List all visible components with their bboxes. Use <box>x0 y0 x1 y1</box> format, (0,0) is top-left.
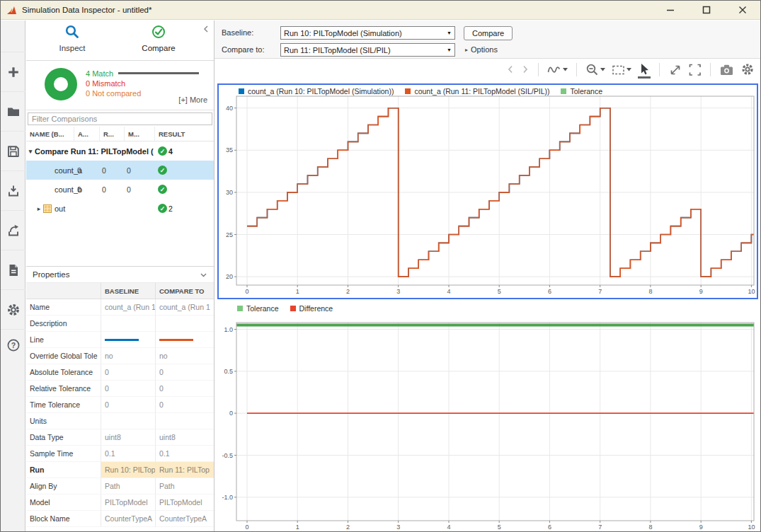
compare-button[interactable]: Compare <box>464 26 513 40</box>
save-button[interactable] <box>1 131 25 170</box>
difference-plot[interactable]: 0123456789101.00.50-0.5-1.0 <box>217 302 758 530</box>
property-value-baseline[interactable]: Path <box>101 478 155 495</box>
match-badge-icon: ✓ <box>158 166 167 175</box>
tab-compare[interactable]: Compare <box>117 24 200 52</box>
property-value-compare[interactable]: 0 <box>155 397 214 413</box>
minimize-button[interactable] <box>665 5 675 15</box>
property-value-compare[interactable] <box>155 413 214 429</box>
property-value-baseline[interactable]: 0 <box>101 364 155 381</box>
import-button[interactable] <box>1 170 25 210</box>
collapsed-caret-icon[interactable]: ▸ <box>35 205 43 212</box>
comparison-group-row[interactable]: ▾ Compare Run 11: PILTopModel ( ✓4 <box>26 141 214 161</box>
matlab-logo-icon <box>6 5 17 16</box>
more-link[interactable]: [+] More <box>178 96 207 104</box>
property-value-baseline[interactable]: PILTopModel <box>101 495 155 511</box>
export-button[interactable] <box>1 210 25 250</box>
compare-to-select[interactable]: Run 11: PILTopModel (SIL/PIL) ▼ <box>280 43 455 57</box>
pan-icon[interactable] <box>668 63 682 76</box>
svg-text:?: ? <box>11 340 15 349</box>
property-value-compare[interactable] <box>155 332 214 348</box>
chart-settings-icon[interactable] <box>740 62 755 76</box>
create-report-button[interactable] <box>1 250 25 289</box>
signal-row-count-b[interactable]: count_b 0 0 0 ✓ <box>26 180 214 199</box>
svg-text:5: 5 <box>498 524 501 530</box>
property-value-compare[interactable]: Path <box>155 478 214 495</box>
legend-swatch-icon <box>290 306 296 311</box>
property-value-baseline[interactable] <box>101 332 155 348</box>
property-value-baseline[interactable]: count_a (Run 1 <box>101 299 155 316</box>
close-button[interactable] <box>738 5 748 15</box>
property-value-baseline[interactable]: 0 <box>101 397 155 413</box>
comparison-table-header: NAME (B... A... R... M... RESULT <box>26 127 214 141</box>
previous-icon[interactable] <box>506 64 515 74</box>
next-icon[interactable] <box>521 64 530 74</box>
column-header-abs[interactable]: A... <box>74 127 99 141</box>
property-value-compare[interactable]: no <box>155 348 214 364</box>
property-value-compare[interactable]: PILTopModel <box>155 495 214 511</box>
property-value-compare[interactable]: 0.1 <box>155 446 214 462</box>
legend-item[interactable]: count_a (Run 10: PILTopModel (Simulation… <box>239 87 394 96</box>
title-bar: Simulation Data Inspector - untitled* <box>1 1 760 20</box>
collapse-panel-icon[interactable] <box>202 23 210 36</box>
property-value-baseline[interactable]: uint8 <box>101 429 155 446</box>
comparison-out-row[interactable]: ▸ out ✓2 <box>26 199 214 218</box>
fullscreen-icon[interactable] <box>688 63 702 76</box>
legend-swatch-icon <box>237 306 243 311</box>
snapshot-icon[interactable] <box>719 63 734 76</box>
comparison-chart-legend: count_a (Run 10: PILTopModel (Simulation… <box>239 87 602 96</box>
options-toggle[interactable]: ▸ Options <box>465 45 498 54</box>
expand-caret-icon[interactable]: ▾ <box>26 148 35 155</box>
property-value-compare[interactable]: 0 <box>155 381 214 397</box>
zoom-region-icon[interactable] <box>612 63 631 76</box>
property-value-baseline[interactable] <box>101 316 155 332</box>
comparison-plot[interactable]: 0123456789102025303540 <box>219 85 757 298</box>
property-label: Line <box>26 332 101 348</box>
property-value-baseline[interactable]: 0.1 <box>101 446 155 462</box>
help-button[interactable]: ? <box>1 329 25 360</box>
property-value-compare[interactable] <box>155 316 214 332</box>
property-value-baseline[interactable] <box>101 413 155 429</box>
zoom-out-icon[interactable] <box>585 63 605 76</box>
baseline-select[interactable]: Run 10: PILTopModel (Simulation) ▼ <box>280 26 455 40</box>
property-value-compare[interactable]: uint8 <box>155 429 214 446</box>
column-header-max[interactable]: M... <box>124 127 154 141</box>
inspect-magnifier-icon <box>64 30 80 42</box>
property-value-baseline[interactable]: 0 <box>101 381 155 397</box>
signal-row-count-a[interactable]: count_a 0 0 0 ✓ <box>26 161 214 180</box>
filter-input[interactable] <box>28 112 212 125</box>
property-row: Line <box>26 332 214 348</box>
property-value-compare[interactable]: 0 <box>155 364 214 381</box>
comparison-chart[interactable]: count_a (Run 10: PILTopModel (Simulation… <box>217 83 758 299</box>
legend-item[interactable]: Difference <box>290 304 333 313</box>
match-badge-icon: ✓ <box>158 204 167 213</box>
pointer-tool-icon[interactable] <box>638 63 651 79</box>
properties-header[interactable]: Properties <box>26 266 214 283</box>
svg-text:20: 20 <box>226 273 233 280</box>
property-value-baseline[interactable]: no <box>101 348 155 364</box>
property-value-compare[interactable]: count_a (Run 1 <box>155 299 214 316</box>
legend-item[interactable]: Tolerance <box>561 87 602 96</box>
column-header-result[interactable]: RESULT <box>154 127 214 141</box>
property-label: Run <box>26 462 101 478</box>
legend-item[interactable]: count_a (Run 11: PILTopModel (SIL/PIL)) <box>405 87 549 96</box>
preferences-button[interactable] <box>1 289 25 329</box>
signal-trace-icon[interactable] <box>547 63 568 76</box>
column-header-rel[interactable]: R... <box>99 127 124 141</box>
legend-item[interactable]: Tolerance <box>237 304 279 313</box>
svg-text:6: 6 <box>548 288 551 295</box>
property-row: RunRun 10: PILTopRun 11: PILTop <box>26 462 214 478</box>
difference-chart[interactable]: ToleranceDifference 0123456789101.00.50-… <box>217 302 758 530</box>
property-value-compare[interactable]: CounterTypeA <box>155 511 214 527</box>
chevron-down-icon[interactable] <box>200 271 207 279</box>
tab-inspect[interactable]: Inspect <box>30 24 114 52</box>
property-value-baseline[interactable]: Run 10: PILTop <box>101 462 155 478</box>
svg-text:10: 10 <box>748 288 755 295</box>
property-row: Relative Tolerance00 <box>26 381 214 397</box>
column-header-name[interactable]: NAME (B... <box>26 127 74 141</box>
property-value-baseline[interactable]: CounterTypeA <box>101 511 155 527</box>
maximize-button[interactable] <box>702 5 711 15</box>
add-button[interactable] <box>1 52 25 91</box>
property-value-compare[interactable]: Run 11: PILTop <box>155 462 214 478</box>
open-button[interactable] <box>1 91 25 131</box>
match-badge-icon: ✓ <box>158 146 167 156</box>
